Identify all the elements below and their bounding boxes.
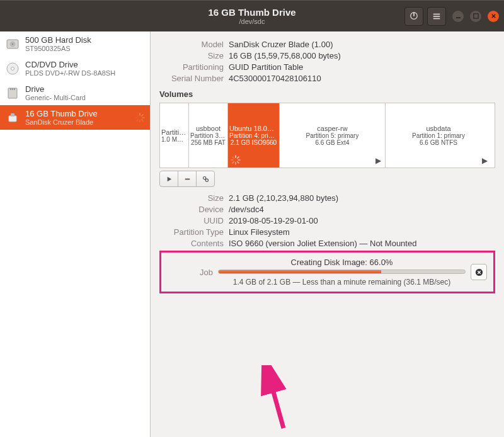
svg-line-28 — [238, 162, 239, 163]
svg-point-10 — [11, 67, 14, 70]
usb-icon — [5, 110, 20, 125]
label-model: Model — [159, 40, 229, 49]
close-button[interactable] — [488, 11, 499, 22]
volume-partition: Partition 4: prim… — [229, 132, 278, 139]
spinner-icon — [135, 113, 145, 123]
volume-partition: 1.0 MB Un… — [161, 136, 187, 143]
svg-rect-12 — [10, 88, 11, 90]
remove-button[interactable] — [178, 171, 197, 187]
svg-rect-13 — [12, 88, 13, 90]
svg-line-26 — [238, 157, 239, 158]
volume-block[interactable]: Partition 2…1.0 MB Un… — [160, 103, 189, 167]
optical-icon — [5, 61, 20, 76]
hdd-icon — [5, 37, 20, 52]
volume-partition: Partition 5: primary — [306, 132, 359, 139]
card-icon — [5, 86, 20, 101]
device-sub: PLDS DVD+/-RW DS-8A8SH — [25, 69, 115, 77]
cancel-job-button[interactable] — [471, 264, 487, 280]
job-highlight-box: Job Creating Disk Image: 66.0% 1.4 GB of… — [159, 251, 495, 293]
svg-rect-15 — [9, 116, 16, 122]
volume-name: usbdata — [426, 125, 450, 132]
value-psize: 2.1 GB (2,10,23,94,880 bytes) — [229, 193, 338, 203]
svg-line-18 — [142, 115, 143, 116]
volume-size: 256 MB FAT — [191, 139, 226, 146]
device-row[interactable]: 500 GB Hard DiskST9500325AS — [0, 31, 150, 56]
volume-name: Ubuntu 18.04.3 L… — [229, 125, 278, 132]
svg-rect-2 — [433, 16, 440, 17]
device-sidebar: 500 GB Hard DiskST9500325ASCD/DVD DriveP… — [0, 31, 151, 437]
svg-line-32 — [232, 157, 234, 158]
device-row[interactable]: CD/DVD DrivePLDS DVD+/-RW DS-8A8SH — [0, 56, 150, 81]
volumes-heading: Volumes — [159, 89, 495, 99]
mount-button[interactable] — [159, 171, 178, 187]
svg-rect-14 — [14, 88, 15, 90]
svg-rect-3 — [433, 18, 440, 19]
volume-block[interactable]: casper-rwPartition 5: primary6.6 GB Ext4… — [280, 103, 386, 167]
value-partitioning: GUID Partition Table — [229, 62, 303, 72]
svg-rect-0 — [413, 12, 414, 16]
value-uuid: 2019-08-05-19-29-01-00 — [229, 216, 318, 225]
content-pane: ModelSanDisk Cruzer Blade (1.00) Size16 … — [151, 31, 504, 437]
job-status: 1.4 GB of 2.1 GB — Less than a minute re… — [218, 278, 466, 287]
volume-size: 6.6 GB NTFS — [420, 139, 457, 146]
svg-rect-16 — [11, 113, 14, 116]
svg-point-34 — [203, 176, 205, 179]
label-uuid: UUID — [159, 216, 229, 225]
volume-size: 2.1 GB ISO9660 — [231, 139, 277, 146]
label-device: Device — [159, 205, 229, 214]
volume-block[interactable]: usbbootPartition 3:…256 MB FAT — [189, 103, 228, 167]
value-ptype: Linux Filesystem — [229, 227, 290, 237]
svg-rect-33 — [185, 178, 189, 179]
volume-size: 6.6 GB Ext4 — [316, 139, 350, 146]
label-size: Size — [159, 51, 229, 60]
device-name: CD/DVD Drive — [25, 60, 115, 69]
power-button[interactable] — [404, 7, 423, 26]
svg-point-35 — [205, 179, 208, 181]
value-device: /dev/sdc4 — [229, 205, 264, 214]
device-sub: SanDisk Cruzer Blade — [25, 118, 98, 126]
volume-block[interactable]: usbdataPartition 1: primary6.6 GB NTFS▶ — [386, 103, 491, 167]
label-psize: Size — [159, 193, 229, 203]
device-name: 500 GB Hard Disk — [25, 35, 91, 45]
svg-line-22 — [137, 119, 138, 120]
volume-name: casper-rw — [317, 125, 347, 132]
volume-partition: Partition 3:… — [190, 132, 226, 139]
value-contents: ISO 9660 (version Joliet Extension) — No… — [229, 239, 416, 248]
settings-button[interactable] — [196, 171, 215, 187]
volume-name: usbboot — [196, 125, 220, 132]
label-contents: Contents — [159, 239, 229, 248]
svg-point-8 — [12, 43, 13, 45]
device-name: Drive — [25, 84, 86, 94]
svg-line-20 — [142, 119, 143, 120]
spinner-icon — [231, 155, 241, 165]
volume-name: Partition 2… — [161, 128, 187, 136]
svg-rect-4 — [455, 17, 460, 18]
value-model: SanDisk Cruzer Blade (1.00) — [229, 40, 333, 49]
device-row[interactable]: DriveGeneric- Multi-Card — [0, 81, 150, 105]
svg-line-24 — [137, 115, 138, 116]
maximize-button[interactable] — [470, 11, 481, 22]
volume-block[interactable]: Ubuntu 18.04.3 L…Partition 4: prim…2.1 G… — [228, 103, 280, 167]
play-marker-icon: ▶ — [375, 156, 381, 165]
svg-rect-1 — [433, 13, 440, 14]
device-name: 16 GB Thumb Drive — [25, 109, 98, 118]
label-serial: Serial Number — [159, 74, 229, 83]
label-partitioning: Partitioning — [159, 62, 229, 72]
label-ptype: Partition Type — [159, 227, 229, 237]
svg-line-30 — [232, 162, 234, 163]
device-row[interactable]: 16 GB Thumb DriveSanDisk Cruzer Blade — [0, 105, 150, 130]
value-serial: 4C530000170428106110 — [229, 74, 321, 83]
device-sub: Generic- Multi-Card — [25, 94, 86, 101]
svg-rect-5 — [473, 14, 478, 18]
job-title: Creating Disk Image: 66.0% — [218, 258, 466, 267]
value-size: 16 GB (15,59,75,68,000 bytes) — [229, 51, 341, 60]
minimize-button[interactable] — [452, 11, 464, 22]
label-job: Job — [168, 268, 218, 277]
volume-map: Partition 2…1.0 MB Un…usbbootPartition 3… — [159, 103, 495, 168]
menu-button[interactable] — [427, 7, 446, 26]
volume-toolbar — [159, 171, 495, 187]
play-marker-icon: ▶ — [482, 156, 488, 165]
titlebar: 16 GB Thumb Drive /dev/sdc — [0, 0, 504, 31]
job-progress-bar — [218, 270, 466, 274]
volume-partition: Partition 1: primary — [412, 132, 465, 139]
